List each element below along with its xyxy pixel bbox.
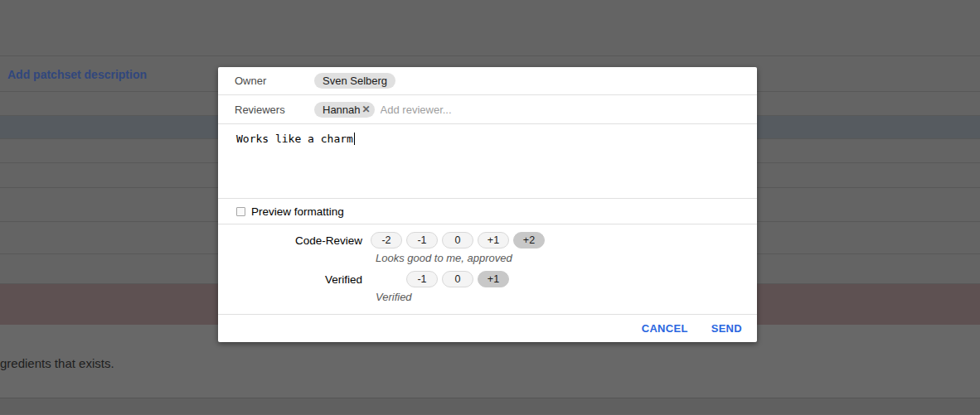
add-patchset-description-link[interactable]: Add patchset description [7,68,147,81]
reviewer-chip-name: Hannah [323,104,361,116]
code-review-score-row: Code-Review -2 -1 0 +1 +2 [235,232,740,249]
remove-reviewer-icon[interactable]: ✕ [362,104,371,114]
code-review-minus2-button[interactable]: -2 [371,232,402,249]
commit-message-text: gredients that exists. [0,356,114,370]
preview-formatting-row: Preview formatting [218,199,757,224]
dialog-footer: CANCEL SEND [218,315,757,341]
verified-description: Verified [376,291,740,303]
scores-section: Code-Review -2 -1 0 +1 +2 Looks good to … [218,224,757,315]
code-review-label: Code-Review [235,234,362,247]
preview-formatting-checkbox[interactable] [236,207,245,216]
reviewer-chip[interactable]: Hannah✕ [314,102,375,118]
code-review-buttons: -2 -1 0 +1 +2 [371,232,549,249]
verified-zero-button[interactable]: 0 [442,271,473,287]
send-button[interactable]: SEND [711,317,742,340]
owner-label: Owner [235,75,314,87]
code-review-minus1-button[interactable]: -1 [406,232,438,249]
verified-score-row: Verified -1 0 +1 [235,271,740,287]
preview-formatting-label: Preview formatting [251,205,344,218]
reviewers-row: Reviewers Hannah✕ [218,95,757,124]
owner-row: Owner Sven Selberg [218,67,757,95]
code-review-plus1-button[interactable]: +1 [478,232,509,249]
text-caret [354,133,355,145]
verified-buttons: -1 0 +1 [406,271,513,287]
add-reviewer-input[interactable] [381,104,563,116]
owner-chip[interactable]: Sven Selberg [314,73,395,89]
page-header-band [0,0,980,56]
reply-message-text: Works like a charm [236,133,353,145]
code-review-zero-button[interactable]: 0 [442,232,473,249]
code-review-plus2-button[interactable]: +2 [513,232,545,249]
verified-label: Verified [235,273,362,286]
verified-minus1-button[interactable]: -1 [406,271,438,287]
verified-plus1-button[interactable]: +1 [478,271,509,287]
reply-message-textarea[interactable]: Works like a charm [218,124,757,199]
page-footer-band [0,398,980,414]
code-review-description: Looks good to me, approved [376,252,740,264]
reviewers-label: Reviewers [235,104,314,116]
reply-dialog: Owner Sven Selberg Reviewers Hannah✕ Wor… [218,67,757,342]
cancel-button[interactable]: CANCEL [642,317,688,340]
